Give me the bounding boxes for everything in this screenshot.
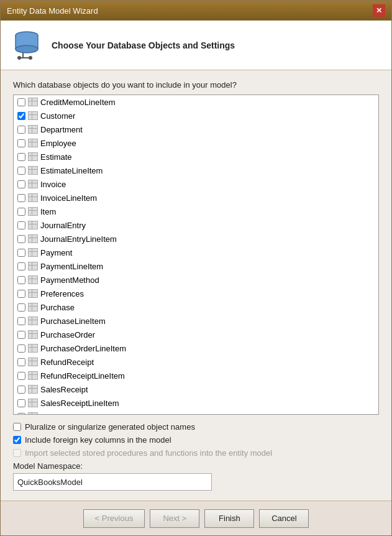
table-icon [28,303,38,312]
table-icon [28,152,38,161]
table-icon [28,248,38,257]
list-item: TaxAgency [14,410,378,415]
svg-point-2 [16,45,38,53]
item-name: RefundReceiptLineItem [40,371,125,381]
options-area: Pluralize or singularize generated objec… [13,422,379,491]
item-name: Item [40,207,56,216]
table-icon [28,98,38,106]
table-icon [28,344,38,353]
item-checkbox[interactable] [17,167,25,175]
table-icon [28,317,38,325]
svg-point-8 [29,56,32,60]
list-item: InvoiceLineItem [14,191,378,205]
list-item: Preferences [14,287,378,300]
pluralize-label: Pluralize or singularize generated objec… [25,422,195,432]
item-name: RefundReceipt [40,358,94,367]
namespace-input[interactable] [13,473,212,491]
next-button[interactable]: Next > [150,509,199,528]
item-name: InvoiceLineItem [40,193,97,203]
list-item: PaymentMethod [14,273,378,287]
item-checkbox[interactable] [17,303,25,312]
namespace-label: Model Namespace: [13,461,379,471]
previous-button[interactable]: < Previous [83,509,145,528]
pluralize-checkbox[interactable] [13,423,21,431]
item-checkbox[interactable] [17,290,25,298]
item-name: Payment [40,248,72,257]
list-item: Department [14,122,378,136]
item-checkbox[interactable] [17,331,25,339]
list-item: CreditMemoLineItem [14,95,378,109]
item-checkbox[interactable] [17,249,25,257]
wizard-window: Entity Data Model Wizard ✕ Choose Your D… [0,0,392,536]
table-icon [28,221,38,229]
table-icon [28,139,38,147]
item-checkbox[interactable] [17,276,25,284]
item-checkbox[interactable] [17,180,25,188]
header-area: Choose Your Database Objects and Setting… [1,21,391,70]
section-label: Which database objects do you want to in… [13,80,379,90]
item-checkbox[interactable] [17,126,25,134]
item-checkbox[interactable] [17,98,25,106]
item-checkbox[interactable] [17,317,25,325]
item-checkbox[interactable] [17,153,25,161]
item-name: JournalEntryLineItem [40,234,117,244]
item-checkbox[interactable] [17,399,25,407]
table-icon [28,371,38,380]
item-checkbox[interactable] [17,208,25,216]
close-button[interactable]: ✕ [373,4,385,17]
list-item: PurchaseLineItem [14,314,378,328]
list-item: EstimateLineItem [14,164,378,177]
table-icon [28,399,38,407]
item-name: PaymentMethod [40,275,99,285]
item-name: PurchaseLineItem [40,317,106,326]
item-checkbox[interactable] [17,358,25,366]
item-checkbox[interactable] [17,235,25,243]
database-icon [11,29,43,62]
item-checkbox[interactable] [17,139,25,147]
pluralize-row: Pluralize or singularize generated objec… [13,422,379,432]
finish-button[interactable]: Finish [204,509,254,528]
item-checkbox[interactable] [17,221,25,229]
item-checkbox[interactable] [17,194,25,202]
list-item: PurchaseOrderLineItem [14,341,378,355]
item-checkbox[interactable] [17,386,25,394]
table-icon [28,193,38,202]
svg-point-7 [17,56,21,60]
list-item: JournalEntry [14,218,378,232]
list-item: SalesReceipt [14,382,378,396]
item-checkbox[interactable] [17,372,25,380]
table-icon [28,262,38,270]
list-item: PurchaseOrder [14,328,378,341]
list-item: Invoice [14,177,378,191]
content-area: Which database objects do you want to in… [1,70,391,501]
item-name: PurchaseOrder [40,330,95,340]
item-name: Department [40,125,83,134]
stored-proc-label: Import selected stored procedures and fu… [25,448,272,458]
stored-proc-checkbox [13,449,21,457]
header-title: Choose Your Database Objects and Setting… [52,40,235,50]
list-item: PaymentLineItem [14,259,378,273]
stored-proc-row: Import selected stored procedures and fu… [13,448,379,458]
item-name: Invoice [40,180,66,189]
item-checkbox[interactable] [17,413,25,415]
item-checkbox[interactable] [17,262,25,270]
list-item: JournalEntryLineItem [14,232,378,246]
cancel-button[interactable]: Cancel [259,509,309,528]
item-name: JournalEntry [40,221,86,230]
list-item: Item [14,205,378,218]
item-checkbox[interactable] [17,344,25,353]
table-icon [28,275,38,284]
list-item: Purchase [14,300,378,314]
foreign-key-label: Include foreign key columns in the model [25,435,171,445]
table-icon [28,125,38,134]
db-objects-list[interactable]: CreditMemoLineItemCustomerDepartmentEmpl… [13,95,379,415]
list-item: SalesReceiptLineItem [14,396,378,410]
table-icon [28,207,38,216]
foreign-key-checkbox[interactable] [13,436,21,444]
list-item: Payment [14,246,378,259]
table-icon [28,330,38,339]
table-icon [28,385,38,394]
item-checkbox[interactable] [17,112,25,120]
table-icon [28,111,38,120]
table-icon [28,358,38,366]
